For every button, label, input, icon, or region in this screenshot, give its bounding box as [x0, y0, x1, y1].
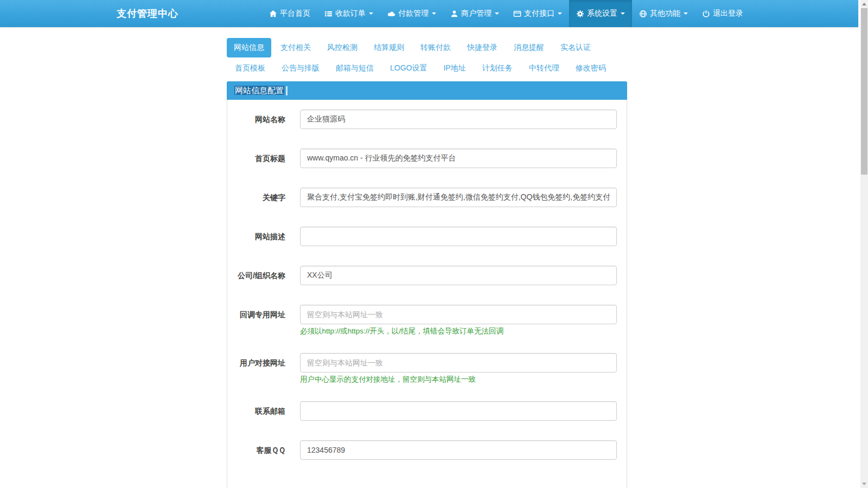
field-site-name: 网站名称 [235, 110, 618, 129]
description-input[interactable] [300, 227, 617, 246]
keywords-input[interactable] [300, 188, 617, 207]
tab-settlement-rules[interactable]: 结算规则 [367, 38, 411, 57]
tab-home-template[interactable]: 首页模板 [228, 59, 272, 78]
field-home-title: 首页标题 [235, 149, 618, 168]
field-label: 客服ＱＱ [235, 440, 285, 460]
site-name-input[interactable] [300, 110, 617, 129]
nav-item-merchants[interactable]: 商户管理 [443, 0, 506, 27]
home-title-input[interactable] [300, 149, 617, 168]
nav-item-settings[interactable]: 系统设置 [569, 0, 632, 27]
main-menu: 平台首页 收款订单 付款管理 商户管理 [262, 0, 750, 27]
tab-message-notify[interactable]: 消息提醒 [507, 38, 551, 57]
nav-item-home[interactable]: 平台首页 [262, 0, 317, 27]
user-icon [450, 10, 458, 18]
nav-item-label: 商户管理 [461, 9, 492, 18]
home-icon [269, 10, 277, 18]
user-url-input[interactable] [300, 353, 617, 373]
card-icon [513, 10, 521, 18]
nav-item-label: 支付接口 [524, 9, 554, 18]
field-label: 联系邮箱 [235, 401, 285, 421]
field-keywords: 关键字 [235, 188, 618, 207]
text-caret [286, 86, 288, 95]
tab-logo-settings[interactable]: LOGO设置 [383, 59, 434, 78]
tab-transfer-payment[interactable]: 转账付款 [413, 38, 458, 57]
cloud-icon [387, 10, 395, 18]
tab-ip-address[interactable]: IP地址 [436, 59, 473, 78]
field-description: 网站描述 [235, 227, 618, 246]
app-title: 支付管理中心 [117, 0, 178, 27]
field-callback-url: 回调专用网址 必须以http://或https://开头，以/结尾，填错会导致订… [235, 305, 618, 336]
settings-tabs-row2: 首页模板 公告与排版 邮箱与短信 LOGO设置 IP地址 计划任务 中转代理 修… [228, 59, 627, 78]
scrollbar-up-button[interactable] [860, 0, 868, 8]
user-url-help: 用户中心显示的支付对接地址，留空则与本站网址一致 [300, 375, 617, 384]
field-label: 回调专用网址 [235, 305, 285, 336]
tab-cron-tasks[interactable]: 计划任务 [475, 59, 520, 78]
field-label: 公司/组织名称 [235, 266, 285, 285]
field-label: 首页标题 [235, 149, 285, 168]
tab-relay-proxy[interactable]: 中转代理 [522, 59, 566, 78]
tab-risk-control[interactable]: 风控检测 [320, 38, 365, 57]
nav-item-logout[interactable]: 退出登录 [695, 0, 750, 27]
settings-tabs-row1: 网站信息 支付相关 风控检测 结算规则 转账付款 快捷登录 消息提醒 实名认证 [227, 38, 627, 57]
callback-url-help: 必须以http://或https://开头，以/结尾，填错会导致订单无法回调 [300, 326, 617, 336]
nav-item-payouts[interactable]: 付款管理 [380, 0, 443, 27]
scrollbar-thumb[interactable] [861, 8, 867, 175]
field-user-url: 用户对接网址 用户中心显示的支付对接地址，留空则与本站网址一致 [235, 353, 618, 384]
nav-item-label: 平台首页 [280, 9, 310, 18]
nav-item-label: 退出登录 [713, 9, 743, 18]
panel-body: 网站名称 首页标题 关键字 网站描述 [227, 100, 627, 488]
chevron-down-icon [684, 12, 688, 15]
chevron-down-icon [621, 12, 625, 15]
email-input[interactable] [300, 401, 617, 421]
tab-mail-sms[interactable]: 邮箱与短信 [329, 59, 381, 78]
nav-item-label: 系统设置 [587, 9, 617, 18]
gear-icon [576, 10, 584, 18]
chevron-down-icon [495, 12, 499, 15]
field-company: 公司/组织名称 [235, 266, 618, 285]
nav-item-misc[interactable]: 其他功能 [632, 0, 695, 27]
panel-header: 网站信息配置 [227, 81, 627, 100]
field-label: 网站描述 [235, 227, 285, 246]
panel-title: 网站信息配置 [234, 86, 288, 96]
field-label: 网站名称 [235, 110, 285, 129]
callback-url-input[interactable] [300, 305, 617, 324]
vertical-scrollbar [860, 0, 868, 488]
top-navbar: 支付管理中心 平台首页 收款订单 付款管理 [0, 0, 858, 27]
nav-item-gateways[interactable]: 支付接口 [506, 0, 569, 27]
tab-site-info[interactable]: 网站信息 [227, 38, 271, 57]
arrow-up-icon [862, 3, 866, 5]
tab-change-password[interactable]: 修改密码 [569, 59, 613, 78]
chevron-down-icon [369, 12, 373, 15]
arrow-down-icon [862, 483, 866, 485]
field-service-qq: 客服ＱＱ [235, 440, 618, 460]
field-email: 联系邮箱 [235, 401, 618, 421]
tab-payment[interactable]: 支付相关 [273, 38, 318, 57]
service-qq-input[interactable] [300, 440, 617, 460]
globe-icon [639, 10, 647, 18]
tab-realname-auth[interactable]: 实名认证 [553, 38, 598, 57]
tab-announcement[interactable]: 公告与排版 [275, 59, 327, 78]
field-label: 用户对接网址 [235, 353, 285, 384]
nav-item-orders[interactable]: 收款订单 [317, 0, 380, 27]
main-content: 网站信息 支付相关 风控检测 结算规则 转账付款 快捷登录 消息提醒 实名认证 … [227, 27, 627, 488]
site-info-panel: 网站信息配置 网站名称 首页标题 关键字 [227, 81, 627, 488]
tab-quick-login[interactable]: 快捷登录 [460, 38, 505, 57]
nav-item-label: 付款管理 [398, 9, 429, 18]
company-input[interactable] [300, 266, 617, 285]
scrollbar-down-button[interactable] [860, 480, 868, 488]
field-label: 关键字 [235, 188, 285, 207]
list-icon [324, 10, 333, 18]
chevron-down-icon [432, 12, 436, 15]
power-icon [702, 10, 710, 18]
nav-item-label: 收款订单 [335, 9, 366, 18]
nav-item-label: 其他功能 [650, 9, 680, 18]
chevron-down-icon [558, 12, 562, 15]
